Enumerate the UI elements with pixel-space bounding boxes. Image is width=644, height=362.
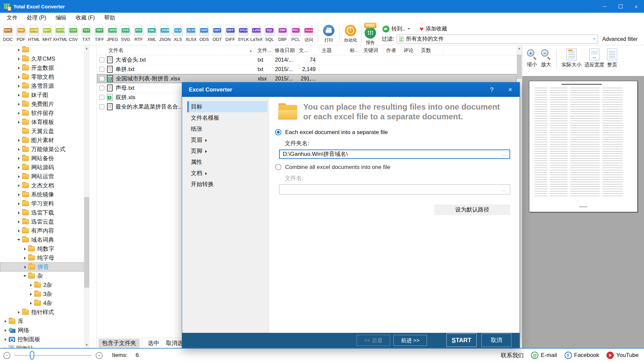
zoom-slider[interactable]: [14, 355, 92, 356]
zoom-in-button[interactable]: − 放大: [540, 49, 552, 68]
row-checkbox[interactable]: [99, 104, 104, 109]
email-link[interactable]: E-mail: [531, 352, 557, 359]
format-button[interactable]: PCL PCL: [289, 23, 302, 43]
format-button[interactable]: DOC DOC: [1, 23, 14, 43]
print-button[interactable]: 打印: [320, 23, 337, 43]
column-header-keywords[interactable]: 关键词: [361, 47, 384, 53]
tree-item[interactable]: 有声内容: [0, 226, 84, 235]
format-button[interactable]: JSON JSON: [158, 23, 171, 43]
expand-arrow-icon[interactable]: [16, 193, 21, 196]
fit-width-button[interactable]: 适应宽度: [584, 49, 604, 68]
table-row[interactable]: 大省会头.txt txt 2014/... 74: [97, 55, 517, 65]
tree-item[interactable]: 库: [0, 317, 84, 326]
format-button[interactable]: SVG SVG: [119, 23, 132, 43]
contact-us-link[interactable]: 联系我们: [501, 352, 524, 359]
format-button[interactable]: TIFF TIFF: [93, 23, 106, 43]
expand-arrow-icon[interactable]: [16, 85, 21, 87]
column-header-pages[interactable]: 页数: [419, 47, 443, 53]
dialog-nav-item[interactable]: 开始转换: [187, 179, 267, 190]
format-button[interactable]: XHTML XHTML: [54, 23, 67, 43]
youtube-link[interactable]: YouTube: [606, 352, 639, 359]
add-favorites-button[interactable]: ♥ 添加收藏: [420, 25, 447, 33]
scrollbar-thumb[interactable]: [84, 197, 89, 288]
column-header-comments[interactable]: 评论: [401, 47, 419, 53]
expand-arrow-icon[interactable]: [16, 202, 21, 205]
expand-arrow-icon[interactable]: [16, 311, 21, 314]
expand-arrow-icon[interactable]: [16, 58, 21, 60]
set-default-path-button[interactable]: 设为默认路径: [434, 204, 510, 215]
dialog-nav-item[interactable]: 页脚: [187, 145, 267, 157]
dialog-nav-item[interactable]: 属性: [187, 157, 267, 168]
scrollbar-thumb[interactable]: [517, 55, 522, 79]
column-header-subject[interactable]: 主题: [320, 47, 348, 53]
format-button[interactable]: PDF PDF: [14, 23, 28, 43]
format-button[interactable]: HTML HTML: [28, 23, 41, 43]
tree-item[interactable]: 3杂: [0, 290, 84, 299]
dialog-nav-item[interactable]: 文件名模板: [187, 112, 267, 123]
expand-arrow-icon[interactable]: [22, 257, 28, 259]
automation-button[interactable]: 自动化: [342, 23, 359, 43]
menu-item[interactable]: 编辑: [51, 13, 71, 23]
menu-item[interactable]: 帮助: [100, 13, 120, 23]
column-header-date[interactable]: 修改日期: [273, 47, 297, 53]
tree-item[interactable]: 久草CMS: [0, 54, 84, 63]
format-button[interactable]: Access 访问: [302, 23, 315, 43]
tree-item[interactable]: 网络: [0, 326, 84, 335]
tree-item[interactable]: 天翼云盘: [0, 127, 84, 136]
tree-item[interactable]: 2杂: [0, 281, 84, 290]
expand-arrow-icon[interactable]: [16, 239, 21, 241]
expand-arrow-icon[interactable]: [28, 293, 34, 296]
tree-item[interactable]: 纯数字: [0, 244, 84, 253]
expand-arrow-icon[interactable]: [16, 103, 21, 106]
zoom-in-circle-icon[interactable]: +: [96, 352, 103, 359]
dialog-nav-item[interactable]: 文档: [187, 168, 267, 179]
tree-item[interactable]: 学习资料: [0, 199, 84, 208]
format-button[interactable]: ODT ODT: [211, 23, 224, 43]
column-header-size[interactable]: 文...: [297, 47, 320, 53]
expand-arrow-icon[interactable]: [28, 284, 34, 287]
dialog-nav-item[interactable]: 纸张: [187, 123, 267, 134]
tree-item[interactable]: 妹子图: [0, 90, 84, 100]
advanced-filter-link[interactable]: Advanced filter: [602, 36, 638, 42]
tree-item[interactable]: 指针样式: [0, 308, 84, 317]
close-icon[interactable]: ×: [628, 0, 644, 13]
column-header-author[interactable]: 作者: [384, 47, 401, 53]
expand-arrow-icon[interactable]: [16, 166, 21, 169]
row-checkbox[interactable]: [99, 57, 104, 62]
maximize-icon[interactable]: [612, 0, 628, 13]
expand-arrow-icon[interactable]: [16, 67, 21, 69]
format-button[interactable]: DBF DBF: [276, 23, 289, 43]
table-row[interactable]: 单拼.txt txt 2015/... 2,149: [97, 65, 517, 74]
cancel-button[interactable]: 取消: [481, 334, 512, 347]
browse-button[interactable]: ...: [501, 186, 507, 192]
row-checkbox[interactable]: [99, 95, 104, 100]
tree-item[interactable]: 体育模板: [0, 118, 84, 127]
expand-arrow-icon[interactable]: [16, 76, 21, 78]
forward-button[interactable]: 前进 >>: [393, 335, 427, 346]
scroll-down-icon[interactable]: ▼: [84, 343, 90, 347]
expand-arrow-icon[interactable]: [16, 49, 21, 51]
format-button[interactable]: TXT TXT: [80, 23, 93, 43]
report-button[interactable]: PRO 报告: [362, 23, 379, 46]
tree-item[interactable]: 迅雷下载: [0, 208, 84, 217]
tree-item[interactable]: 迅雷云盘: [0, 217, 84, 226]
expand-arrow-icon[interactable]: [16, 94, 21, 97]
filter-dropdown[interactable]: 所有支持的文件: [397, 35, 598, 44]
expand-arrow-icon[interactable]: [16, 212, 21, 214]
radio-separate-file[interactable]: Each excel document into a separate file: [275, 129, 520, 136]
tree-item[interactable]: 域名词典: [0, 235, 84, 244]
tab-include-subfolders[interactable]: 包含子文件夹: [99, 339, 140, 348]
goto-button[interactable]: 转到..: [382, 25, 410, 33]
tree-item[interactable]: 控制面板: [0, 335, 84, 344]
sidebar-scrollbar[interactable]: ▲ ▼: [84, 45, 90, 348]
folder-path-input[interactable]: D:\Ganhuo.Win\拼音域名\ ...: [279, 149, 510, 159]
dialog-nav-item[interactable]: 目标: [187, 101, 267, 112]
tree-item[interactable]: 文杰文档: [0, 181, 84, 190]
scroll-up-icon[interactable]: ▲: [517, 47, 522, 50]
radio-on-icon[interactable]: [275, 129, 281, 135]
row-checkbox[interactable]: [99, 67, 104, 72]
tree-item[interactable]: 回收站: [0, 344, 84, 348]
dialog-nav-item[interactable]: 页眉: [187, 134, 267, 145]
tree-item[interactable]: 纯字母: [0, 253, 84, 262]
tree-item[interactable]: 系统镜像: [0, 190, 84, 199]
